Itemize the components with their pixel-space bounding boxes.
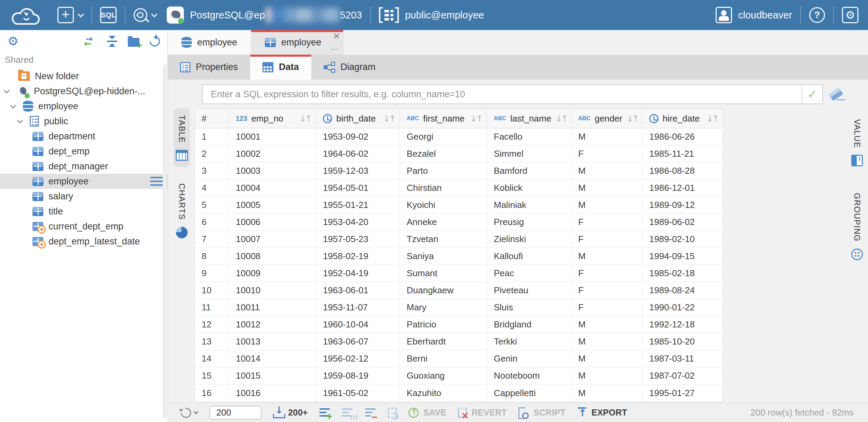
chevron-down-icon[interactable] (10, 102, 16, 108)
panel-tab-value[interactable]: VALUE (849, 112, 865, 172)
column-header-first_name[interactable]: ABCfirst_name (400, 109, 487, 128)
data-cell[interactable]: 1955-01-21 (316, 197, 400, 213)
row-number-cell[interactable]: 14 (195, 350, 229, 367)
script-button[interactable]: SCRIPT (518, 407, 565, 418)
data-cell[interactable]: 1953-09-02 (316, 128, 400, 145)
data-cell[interactable]: Duangkaew (400, 282, 487, 299)
data-cell[interactable]: Patricio (400, 316, 487, 333)
data-cell[interactable]: 10015 (229, 367, 316, 384)
data-cell[interactable]: 1963-06-07 (316, 333, 400, 350)
data-cell[interactable]: 1964-06-02 (316, 145, 400, 162)
sidebar-settings-icon[interactable] (8, 35, 18, 47)
data-cell[interactable]: 10004 (229, 180, 316, 196)
data-cell[interactable]: Kyoichi (400, 197, 487, 213)
row-number-cell[interactable]: 7 (195, 231, 229, 248)
data-cell[interactable]: Peac (487, 265, 571, 282)
export-button[interactable]: EXPORT (577, 407, 627, 418)
data-cell[interactable]: 10006 (229, 214, 316, 230)
tree-item-department[interactable]: department (0, 129, 167, 144)
data-cell[interactable]: 1985-10-20 (642, 333, 723, 350)
data-cell[interactable]: 1995-01-27 (642, 384, 723, 402)
presentation-tab-table[interactable]: TABLE (174, 108, 190, 167)
sort-icon[interactable] (470, 114, 482, 124)
data-cell[interactable]: Nooteboom (487, 367, 571, 384)
sync-navigation-icon[interactable] (85, 36, 96, 47)
data-cell[interactable]: 10007 (229, 231, 316, 248)
row-limit-input[interactable] (209, 406, 261, 420)
data-cell[interactable]: 1986-06-26 (642, 128, 723, 145)
data-cell[interactable]: 10008 (229, 248, 316, 265)
tree-item-dept-emp-latest-date[interactable]: dept_emp_latest_date (0, 234, 167, 249)
data-cell[interactable]: 1959-08-19 (316, 367, 400, 384)
row-number-cell[interactable]: 2 (195, 145, 229, 162)
schema-selector[interactable]: public@employee (379, 7, 484, 23)
row-number-cell[interactable]: 1 (195, 128, 229, 145)
data-cell[interactable]: F (571, 214, 642, 230)
tree-item-postgresql-ep-hidden-[interactable]: PostgreSQL@ep-hidden-... (0, 84, 167, 99)
connection-selector[interactable]: PostgreSQL@ep 5203 (167, 6, 362, 24)
data-cell[interactable]: 10012 (229, 316, 316, 333)
data-cell[interactable]: M (571, 197, 642, 213)
row-number-cell[interactable]: 12 (195, 316, 229, 333)
row-number-cell[interactable]: 4 (195, 180, 229, 196)
data-cell[interactable]: Bezalel (400, 145, 487, 162)
data-cell[interactable]: 1957-05-23 (316, 231, 400, 248)
new-folder-icon[interactable] (128, 38, 139, 47)
data-cell[interactable]: 1961-05-02 (316, 384, 400, 402)
data-cell[interactable]: 10009 (229, 265, 316, 282)
tree-item-salary[interactable]: salary (0, 189, 167, 204)
row-number-cell[interactable]: 6 (195, 214, 229, 230)
data-cell[interactable]: 10016 (229, 384, 316, 402)
tree-item-current-dept-emp[interactable]: current_dept_emp (0, 219, 167, 234)
tab-diagram[interactable]: Diagram (311, 55, 388, 80)
data-cell[interactable]: Tzvetan (400, 231, 487, 248)
data-cell[interactable]: Sumant (400, 265, 487, 282)
tab-data[interactable]: Data (250, 55, 311, 80)
column-header-gender[interactable]: ABCgender (571, 109, 642, 128)
data-cell[interactable]: 1989-06-02 (642, 214, 723, 230)
column-header-birth_date[interactable]: birth_date (316, 109, 400, 128)
data-cell[interactable]: 1985-11-21 (642, 145, 723, 162)
data-cell[interactable]: 1953-04-20 (316, 214, 400, 230)
tab-properties[interactable]: Properties (168, 55, 250, 80)
data-cell[interactable]: 10011 (229, 299, 316, 316)
connection-search-icon[interactable] (134, 8, 147, 22)
data-cell[interactable]: 10001 (229, 128, 316, 145)
data-cell[interactable]: Terkki (487, 333, 571, 350)
data-cell[interactable]: 1987-03-11 (642, 350, 723, 367)
data-cell[interactable]: M (571, 350, 642, 367)
data-cell[interactable]: F (571, 265, 642, 282)
data-cell[interactable]: 1959-12-03 (316, 163, 400, 179)
tree-item-title[interactable]: title (0, 204, 167, 219)
add-row-button[interactable] (320, 408, 330, 418)
data-cell[interactable]: 1994-09-15 (642, 248, 723, 265)
row-number-cell[interactable]: 15 (195, 367, 229, 384)
tree-item-new-folder[interactable]: New folder (0, 69, 167, 84)
data-cell[interactable]: M (571, 128, 642, 145)
tree-item-employee[interactable]: employee (0, 99, 167, 114)
save-button[interactable]: SAVE (408, 408, 446, 418)
row-number-cell[interactable]: 13 (195, 333, 229, 350)
tree-item-dept-emp[interactable]: dept_emp (0, 144, 167, 159)
data-cell[interactable]: F (571, 145, 642, 162)
panel-tab-grouping[interactable]: GROUPING (849, 186, 865, 266)
tree-item-dept-manager[interactable]: dept_manager (0, 159, 167, 174)
data-cell[interactable]: 1989-09-12 (642, 197, 723, 213)
chevron-down-icon[interactable] (3, 87, 10, 93)
tab-overflow-icon[interactable] (330, 42, 340, 52)
column-header-emp_no[interactable]: 123emp_no (229, 109, 316, 128)
data-cell[interactable]: Kazuhito (400, 384, 487, 402)
data-cell[interactable]: Kalloufi (487, 248, 571, 265)
data-cell[interactable]: 1987-07-02 (642, 367, 723, 384)
data-cell[interactable]: Parto (400, 163, 487, 179)
data-cell[interactable]: Zielinski (487, 231, 571, 248)
auto-refresh-button[interactable] (388, 408, 397, 418)
row-number-cell[interactable]: 11 (195, 299, 229, 316)
data-cell[interactable]: 1989-08-24 (642, 282, 723, 299)
data-cell[interactable]: 1953-11-07 (316, 299, 400, 316)
new-object-button[interactable] (57, 7, 74, 23)
data-cell[interactable]: 10010 (229, 282, 316, 299)
connection-search-dropdown-icon[interactable] (151, 11, 157, 17)
data-cell[interactable]: 1986-12-01 (642, 180, 723, 196)
row-number-cell[interactable]: 10 (195, 282, 229, 299)
